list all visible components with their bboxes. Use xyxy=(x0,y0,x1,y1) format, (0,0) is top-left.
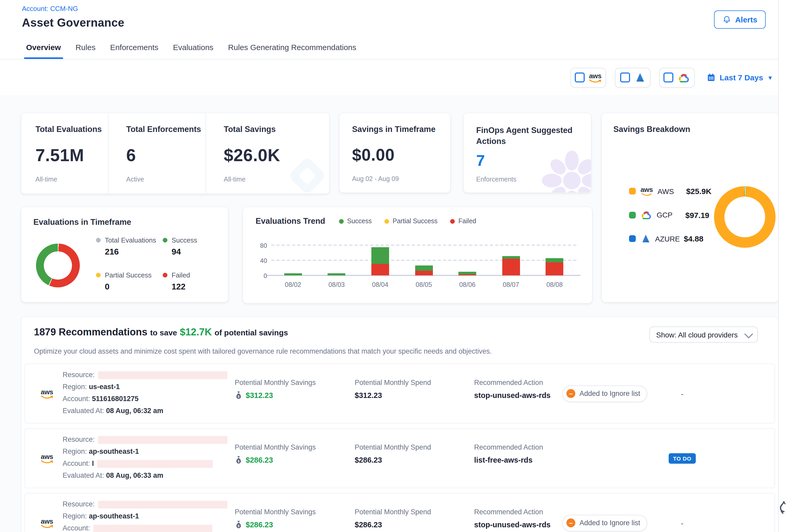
kpi-caption: All-time xyxy=(36,176,108,183)
calendar-icon xyxy=(706,73,715,82)
redacted-resource xyxy=(98,436,227,444)
minus-circle-icon: – xyxy=(566,389,575,398)
provider-filter-azure[interactable] xyxy=(615,68,650,87)
recommendation-row[interactable]: aws Resource: Region: ap-southeast-1 Acc… xyxy=(24,493,775,532)
partial-dot-icon xyxy=(384,219,389,224)
account-breadcrumb[interactable]: Account: CCM-NG xyxy=(22,5,78,13)
trend-bar-chart: 04080 xyxy=(271,242,576,276)
evaluations-in-timeframe-card: Evaluations in Timeframe Total Evaluatio… xyxy=(21,207,228,303)
aws-logo-icon: aws xyxy=(41,364,56,423)
provider-name: GCP xyxy=(657,211,681,219)
x-axis-label: 08/07 xyxy=(489,281,533,288)
x-axis-label: 08/08 xyxy=(533,281,576,288)
legend-total-evaluations: Total Evaluations 216 xyxy=(96,236,163,256)
tab-evaluations[interactable]: Evaluations xyxy=(173,35,213,59)
page-right-gutter xyxy=(778,0,798,532)
provider-filter-gcp[interactable] xyxy=(659,68,695,87)
chevron-down-icon xyxy=(744,329,753,338)
provider-name: AWS xyxy=(658,187,681,195)
evaluations-legend: Total Evaluations 216 Success 94 Partial… xyxy=(96,236,197,291)
tab-enforcements[interactable]: Enforcements xyxy=(110,35,158,59)
tab-bar: Overview Rules Enforcements Evaluations … xyxy=(0,35,798,59)
azure-checkbox[interactable] xyxy=(620,73,630,82)
added-to-ignore-list-pill[interactable]: – Added to Ignore list xyxy=(562,515,648,531)
trend-x-axis-labels: 08/0208/0308/0408/0508/0608/0708/08 xyxy=(271,281,576,288)
todo-status-badge[interactable]: TO DO xyxy=(669,453,696,463)
chevron-down-icon: ▼ xyxy=(767,74,773,81)
recommended-action: Recommended Action stop-unused-aws-rds xyxy=(474,364,562,423)
trend-bar xyxy=(446,242,489,276)
evaluations-donut-chart xyxy=(36,244,80,287)
gcp-checkbox[interactable] xyxy=(663,73,673,82)
kpi-title: Total Evaluations xyxy=(36,125,108,134)
legend-item-aws: aws AWS $25.9K xyxy=(629,186,711,196)
recommendation-row[interactable]: aws Resource: Region: ap-southeast-1 Acc… xyxy=(24,428,775,488)
provider-savings: $97.19 xyxy=(685,210,709,219)
filter-toolbar: aws Last 7 D xyxy=(0,59,798,95)
provider-name: AZURE xyxy=(655,234,679,243)
x-axis-label: 08/02 xyxy=(271,281,315,288)
recommendations-list: aws Resource: Region: us-east-1 Account:… xyxy=(24,363,775,532)
kpi-summary-card: Total Evaluations 7.51M All-time Total E… xyxy=(21,113,330,194)
x-axis-label: 08/03 xyxy=(315,281,358,288)
azure-logo-icon xyxy=(641,234,650,244)
kpi-caption: Active xyxy=(126,176,206,183)
evaluations-trend-card: Evaluations Trend Success Partial Succes… xyxy=(243,207,592,304)
legend-item-gcp: GCP $97.19 xyxy=(629,210,711,220)
kpi-title: Total Savings xyxy=(224,125,329,134)
finops-agent-card: FinOps Agent Suggested Actions 7 Enforce… xyxy=(463,113,591,193)
aws-logo-icon: aws xyxy=(589,72,601,83)
success-dot-icon xyxy=(339,219,343,224)
recommendations-heading: 1879 Recommendations to save $12.7K of p… xyxy=(34,326,288,338)
redacted-account xyxy=(97,460,213,468)
legend-partial-success: Partial Success 0 xyxy=(96,271,163,291)
legend-success: Success xyxy=(339,217,372,225)
recommended-action: Recommended Action list-free-aws-rds xyxy=(474,429,562,488)
added-to-ignore-list-pill[interactable]: – Added to Ignore list xyxy=(562,385,648,402)
money-bag-icon: $ xyxy=(235,391,243,400)
card-title: Savings in Timeframe xyxy=(352,125,450,134)
tab-overview[interactable]: Overview xyxy=(26,35,61,59)
gcp-logo-icon xyxy=(641,210,652,220)
y-axis-tick: 0 xyxy=(253,272,267,280)
trend-bar xyxy=(315,242,358,276)
trend-bar xyxy=(489,242,533,276)
status-column: – Added to Ignore list xyxy=(562,493,667,532)
kpi-value: 6 xyxy=(126,146,206,165)
page-title: Asset Governance xyxy=(22,16,125,30)
recommendation-row[interactable]: aws Resource: Region: us-east-1 Account:… xyxy=(24,363,775,423)
provider-filter-aws[interactable]: aws xyxy=(570,68,606,87)
decorative-flower-watermark xyxy=(530,139,591,193)
savings-breakdown-card: Savings Breakdown aws AWS $25.9K GCP $97… xyxy=(601,113,779,303)
page-header: Account: CCM-NG Asset Governance Alerts xyxy=(0,0,798,35)
trailing-value: TO DO xyxy=(667,429,698,488)
resource-details: Resource: Region: us-east-1 Account: 511… xyxy=(62,364,235,423)
tab-rules-generating-recommendations[interactable]: Rules Generating Recommendations xyxy=(228,35,356,59)
trend-bar xyxy=(358,242,402,276)
recommendations-subtitle: Optimize your cloud assets and minimize … xyxy=(21,347,778,355)
recommendations-section: 1879 Recommendations to save $12.7K of p… xyxy=(21,317,779,532)
svg-text:$: $ xyxy=(238,395,240,398)
gcp-color-swatch xyxy=(629,211,636,218)
tab-rules[interactable]: Rules xyxy=(75,35,95,59)
success-dot-icon xyxy=(163,238,167,243)
resource-details: Resource: Region: ap-southeast-1 Account… xyxy=(62,493,235,532)
redacted-resource xyxy=(98,501,227,509)
money-bag-icon: $ xyxy=(235,456,243,464)
potential-monthly-spend: Potential Monthly Spend $286.23 xyxy=(355,493,474,532)
resource-details: Resource: Region: ap-southeast-1 Account… xyxy=(62,429,235,488)
x-axis-label: 08/05 xyxy=(402,281,445,288)
azure-logo-icon xyxy=(634,72,645,83)
savings-timeframe-range: Aug 02 - Aug 09 xyxy=(352,175,450,183)
trailing-value: - xyxy=(667,493,698,532)
date-range-picker[interactable]: Last 7 Days ▼ xyxy=(706,73,773,82)
y-axis-tick: 40 xyxy=(253,257,267,264)
aws-checkbox[interactable] xyxy=(575,73,585,82)
status-column xyxy=(562,429,667,488)
potential-monthly-savings: Potential Monthly Savings $$286.23 xyxy=(235,429,355,488)
aws-logo-icon: aws xyxy=(641,186,653,196)
aws-logo-icon: aws xyxy=(41,429,56,488)
cloud-provider-filter-dropdown[interactable]: Show: All cloud providers xyxy=(649,326,758,343)
alerts-button[interactable]: Alerts xyxy=(714,11,766,29)
failed-dot-icon xyxy=(163,273,167,278)
